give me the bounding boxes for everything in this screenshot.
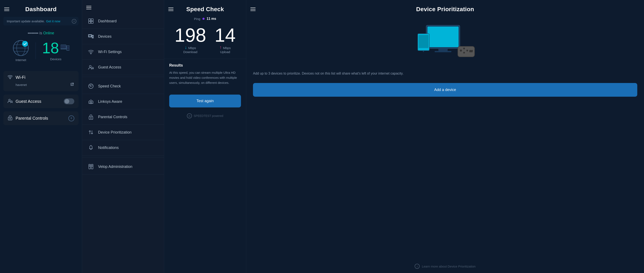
internet-status: Internet bbox=[12, 40, 29, 62]
nav-velop-label: Velop Administration bbox=[98, 164, 132, 169]
svg-rect-17 bbox=[88, 19, 91, 21]
download-arrow-row: ↓ Mbps bbox=[185, 45, 196, 50]
toggle-knob bbox=[64, 99, 69, 104]
download-value: 198 bbox=[174, 26, 206, 45]
guest-toggle[interactable] bbox=[64, 98, 74, 104]
svg-point-28 bbox=[90, 66, 91, 67]
svg-rect-46 bbox=[418, 35, 428, 48]
close-button[interactable]: ✕ bbox=[72, 19, 76, 24]
globe-icon bbox=[12, 40, 29, 57]
svg-point-52 bbox=[466, 50, 468, 51]
status-text: •••••••• is Online bbox=[4, 31, 78, 35]
nav-menu-icon[interactable] bbox=[86, 6, 91, 9]
upload-value: 14 bbox=[215, 26, 236, 45]
add-parental-button[interactable]: + bbox=[68, 115, 74, 121]
device-prioritization-panel: Device Prioritization Add up to 3 bbox=[246, 0, 644, 273]
nav-item-devices[interactable]: Devices bbox=[82, 29, 164, 44]
download-speed: 198 ↓ Mbps Download bbox=[174, 26, 206, 54]
upload-arrow-icon: ↑ bbox=[220, 45, 222, 50]
device-description: Add up to 3 devices to prioritize. Devic… bbox=[246, 67, 644, 80]
add-device-label: Add a device bbox=[434, 88, 456, 92]
svg-point-49 bbox=[460, 50, 462, 52]
parental-controls-card[interactable]: Parental Controls + bbox=[3, 111, 78, 125]
online-label: Online bbox=[43, 31, 54, 35]
nav-priority-label: Device Prioritization bbox=[98, 130, 132, 135]
internet-label: Internet bbox=[16, 58, 26, 62]
divider bbox=[36, 42, 36, 59]
parental-icon bbox=[8, 115, 13, 121]
nav-parental-icon bbox=[87, 113, 95, 121]
speed-menu-icon[interactable] bbox=[168, 8, 174, 11]
svg-point-26 bbox=[92, 38, 93, 38]
nav-item-wifi[interactable]: Wi-Fi Settings bbox=[82, 44, 164, 60]
device-illustration bbox=[246, 17, 644, 67]
parental-controls-title: Parental Controls bbox=[16, 116, 68, 121]
results-section: Results At this speed, you can stream mu… bbox=[164, 59, 246, 90]
nav-aware-label: Linksys Aware bbox=[98, 99, 122, 104]
ping-label: Ping bbox=[194, 17, 200, 21]
add-device-button[interactable]: Add a device bbox=[253, 83, 637, 97]
wifi-icon bbox=[8, 75, 13, 80]
nav-item-prioritization[interactable]: Device Prioritization bbox=[82, 125, 164, 140]
nav-item-notifications[interactable]: Notifications bbox=[82, 140, 164, 155]
nav-notifications-label: Notifications bbox=[98, 146, 119, 150]
svg-rect-22 bbox=[88, 35, 91, 37]
svg-point-31 bbox=[91, 86, 91, 87]
status-icons: Internet 18 bbox=[4, 40, 78, 62]
svg-point-13 bbox=[9, 99, 10, 101]
svg-rect-33 bbox=[89, 117, 93, 119]
dashboard-title: Dashboard bbox=[25, 6, 56, 13]
ping-value: 11 ms bbox=[207, 17, 216, 21]
nav-dashboard-icon bbox=[87, 17, 95, 25]
nav-notifications-icon bbox=[87, 144, 95, 151]
guest-access-title: Guest Access bbox=[16, 99, 64, 104]
nav-item-parental[interactable]: Parental Controls bbox=[82, 109, 164, 125]
router-name: •••••••• bbox=[28, 31, 38, 35]
svg-point-5 bbox=[22, 41, 28, 47]
svg-rect-42 bbox=[428, 27, 458, 47]
results-text: At this speed, you can stream multiple U… bbox=[169, 70, 241, 85]
update-banner: Important update available. Get it now ✕ bbox=[3, 17, 78, 26]
svg-rect-10 bbox=[67, 46, 69, 49]
update-text: Important update available. bbox=[7, 19, 45, 23]
test-again-label: Test again bbox=[196, 99, 214, 103]
learn-more-text[interactable]: Learn more about Device Prioritization bbox=[422, 264, 476, 268]
nav-item-guest[interactable]: Guest Access bbox=[82, 60, 164, 75]
learn-more-row: i Learn more about Device Prioritization bbox=[246, 259, 644, 273]
speed-title: Speed Check bbox=[186, 6, 224, 13]
devices-icon bbox=[60, 44, 70, 52]
test-again-button[interactable]: Test again bbox=[169, 95, 241, 107]
svg-rect-19 bbox=[88, 21, 91, 23]
download-label: Download bbox=[183, 50, 198, 54]
dashboard-panel: Dashboard Important update available. Ge… bbox=[0, 0, 82, 273]
update-link[interactable]: Get it now bbox=[46, 19, 60, 23]
nav-guest-label: Guest Access bbox=[98, 65, 121, 70]
svg-point-54 bbox=[470, 50, 472, 51]
nav-speed-label: Speed Check bbox=[98, 84, 121, 89]
nav-divider-1 bbox=[82, 77, 164, 77]
device-title: Device Prioritization bbox=[416, 6, 474, 13]
wifi-card[interactable]: Wi-Fi havenet bbox=[3, 71, 78, 91]
navigation-panel: Dashboard Devices Wi-Fi Settings bbox=[82, 0, 164, 273]
nav-header bbox=[82, 0, 164, 14]
wifi-name-row: havenet bbox=[8, 82, 74, 87]
svg-rect-8 bbox=[60, 49, 66, 49]
speed-check-panel: Speed Check Ping 11 ms 198 ↓ Mbps Downlo… bbox=[164, 0, 246, 273]
nav-item-aware[interactable]: Linksys Aware bbox=[82, 94, 164, 109]
external-link-icon[interactable] bbox=[70, 82, 74, 87]
nav-item-dashboard[interactable]: Dashboard bbox=[82, 14, 164, 29]
devices-status: 18 Devices bbox=[42, 41, 70, 61]
svg-rect-15 bbox=[8, 117, 12, 120]
svg-rect-20 bbox=[91, 21, 93, 23]
nav-divider-2 bbox=[82, 157, 164, 157]
guest-access-card[interactable]: Guest Access bbox=[3, 95, 78, 108]
nav-speed-icon bbox=[87, 82, 95, 90]
device-menu-icon[interactable] bbox=[250, 8, 256, 11]
download-arrow-icon: ↓ bbox=[185, 45, 187, 50]
nav-item-velop[interactable]: Velop Administration bbox=[82, 159, 164, 174]
nav-item-speedcheck[interactable]: Speed Check bbox=[82, 79, 164, 94]
svg-rect-18 bbox=[91, 19, 93, 21]
menu-icon[interactable] bbox=[4, 8, 9, 11]
svg-rect-25 bbox=[92, 36, 94, 37]
nav-dashboard-label: Dashboard bbox=[98, 19, 116, 23]
